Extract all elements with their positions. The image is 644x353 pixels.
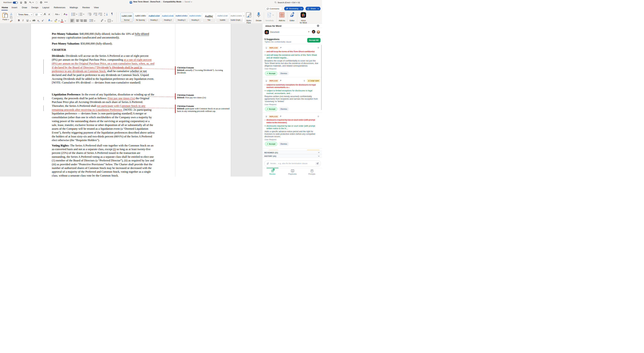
svg-text:1: 1	[88, 13, 88, 14]
svg-text:a: a	[88, 14, 88, 15]
svg-text:Z: Z	[104, 14, 105, 16]
svg-text:2: 2	[78, 14, 79, 15]
svg-text:i: i	[88, 15, 88, 16]
svg-text:1: 1	[78, 13, 79, 14]
svg-text:3: 3	[78, 15, 79, 16]
svg-text:A: A	[104, 12, 105, 14]
